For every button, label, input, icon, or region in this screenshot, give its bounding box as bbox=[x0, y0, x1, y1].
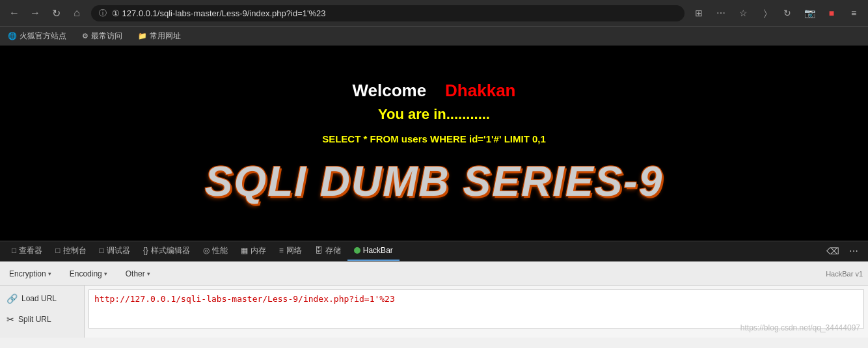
screenshot-button[interactable]: 📷 bbox=[800, 4, 819, 22]
encoding-menu-button[interactable]: Encoding ▾ bbox=[66, 267, 111, 281]
secure-icon: ⓘ bbox=[99, 8, 107, 19]
bookmark-item-3[interactable]: 📁 常用网址 bbox=[135, 29, 183, 43]
address-bar[interactable] bbox=[112, 8, 677, 18]
hackbar-tab-label: HackBar bbox=[363, 246, 393, 255]
performance-label: 性能 bbox=[212, 245, 228, 256]
tab-network[interactable]: ≡ 网络 bbox=[273, 241, 308, 261]
browser-chrome: ← → ↻ ⌂ ⓘ ⊞ ⋯ ☆ 〉 ↻ 📷 ■ ≡ 🌐 火狐官方站点 ⚙ 最常访… bbox=[0, 0, 868, 46]
nav-buttons: ← → ↻ ⌂ bbox=[5, 4, 86, 22]
you-are-in-text: You are in........... bbox=[322, 106, 546, 123]
other-label: Other bbox=[126, 269, 145, 278]
tab-memory[interactable]: ▦ 内存 bbox=[234, 241, 273, 261]
debugger-icon: □ bbox=[100, 246, 104, 255]
tab-style-editor[interactable]: {} 样式编辑器 bbox=[137, 241, 197, 261]
hackbar-input-area: https://blog.csdn.net/qq_34444097 bbox=[85, 286, 868, 338]
load-url-label: Load URL bbox=[21, 294, 57, 303]
split-url-icon: ✂ bbox=[7, 314, 14, 325]
sidebar-button[interactable]: 〉 bbox=[756, 4, 774, 22]
devtools-bar: □ 查看器 □ 控制台 □ 调试器 {} 样式编辑器 ◎ 性能 ▦ 内存 ≡ 网… bbox=[0, 241, 868, 261]
tab-debugger[interactable]: □ 调试器 bbox=[93, 241, 137, 261]
bookmark-label-2: 最常访问 bbox=[91, 31, 122, 42]
split-url-button[interactable]: ✂ Split URL bbox=[0, 309, 84, 330]
other-arrow-icon: ▾ bbox=[147, 271, 150, 277]
hackbar-sidebar: 🔗 Load URL ✂ Split URL bbox=[0, 286, 85, 338]
network-label: 网络 bbox=[286, 245, 302, 256]
memory-label: 内存 bbox=[251, 245, 266, 256]
web-content: Welcome Dhakkan You are in........... SE… bbox=[0, 46, 868, 241]
load-url-icon: 🔗 bbox=[7, 293, 18, 304]
bookmark-button[interactable]: ☆ bbox=[734, 4, 752, 22]
browser-toolbar: ← → ↻ ⌂ ⓘ ⊞ ⋯ ☆ 〉 ↻ 📷 ■ ≡ bbox=[0, 0, 868, 26]
bookmark-label-1: 火狐官方站点 bbox=[20, 31, 66, 42]
memory-icon: ▦ bbox=[241, 246, 248, 255]
bookmark-icon-2: ⚙ bbox=[82, 32, 88, 40]
qr-button[interactable]: ⊞ bbox=[690, 4, 708, 22]
back-button[interactable]: ← bbox=[5, 4, 23, 22]
overflow-button[interactable]: ≡ bbox=[845, 4, 863, 22]
encryption-menu-button[interactable]: Encryption ▾ bbox=[5, 267, 55, 281]
hackbar-content: 🔗 Load URL ✂ Split URL https://blog.csdn… bbox=[0, 286, 868, 338]
welcome-text: Welcome Dhakkan bbox=[322, 81, 546, 101]
shield-button[interactable]: ■ bbox=[822, 4, 841, 22]
browser-actions: ⊞ ⋯ ☆ 〉 ↻ 📷 ■ ≡ bbox=[690, 4, 863, 22]
hackbar-url-input[interactable] bbox=[88, 289, 864, 328]
address-bar-container: ⓘ bbox=[91, 5, 685, 21]
console-label: 控制台 bbox=[63, 245, 87, 256]
performance-icon: ◎ bbox=[203, 246, 210, 255]
tab-hackbar[interactable]: HackBar bbox=[347, 241, 400, 261]
load-url-button[interactable]: 🔗 Load URL bbox=[0, 288, 84, 309]
encoding-arrow-icon: ▾ bbox=[104, 271, 107, 277]
inspector-label: 查看器 bbox=[19, 245, 42, 256]
tab-console[interactable]: □ 控制台 bbox=[49, 241, 92, 261]
other-menu-button[interactable]: Other ▾ bbox=[122, 267, 154, 281]
split-url-label: Split URL bbox=[18, 315, 51, 324]
network-icon: ≡ bbox=[279, 246, 284, 255]
menu-button[interactable]: ⋯ bbox=[712, 4, 730, 22]
devtools-more-button[interactable]: ⋯ bbox=[845, 242, 863, 260]
encryption-arrow-icon: ▾ bbox=[48, 271, 51, 277]
welcome-label: Welcome bbox=[353, 81, 427, 100]
tab-inspector[interactable]: □ 查看器 bbox=[5, 241, 49, 261]
welcome-name: Dhakkan bbox=[445, 81, 515, 100]
console-icon: □ bbox=[55, 246, 60, 255]
bookmark-icon-1: 🌐 bbox=[8, 32, 17, 40]
encryption-label: Encryption bbox=[9, 269, 46, 278]
tab-storage[interactable]: 🗄 存储 bbox=[308, 241, 347, 261]
hackbar-panel: Encryption ▾ Encoding ▾ Other ▾ HackBar … bbox=[0, 261, 868, 338]
bookmark-item-1[interactable]: 🌐 火狐官方站点 bbox=[5, 29, 69, 43]
forward-button[interactable]: → bbox=[26, 4, 44, 22]
style-icon: {} bbox=[143, 246, 148, 255]
style-label: 样式编辑器 bbox=[151, 245, 190, 256]
hackbar-dot-icon bbox=[354, 247, 360, 254]
devtools-right: ⌫ ⋯ bbox=[824, 242, 863, 260]
sqli-title: SQLI DUMB SERIES-9 bbox=[205, 157, 664, 206]
sync-button[interactable]: ↻ bbox=[778, 4, 796, 22]
bookmark-icon-3: 📁 bbox=[138, 32, 147, 40]
hackbar-version: HackBar v1 bbox=[826, 270, 863, 278]
encoding-label: Encoding bbox=[70, 269, 102, 278]
debugger-label: 调试器 bbox=[107, 245, 130, 256]
bookmark-label-3: 常用网址 bbox=[150, 31, 181, 42]
inspector-icon: □ bbox=[12, 246, 16, 255]
hackbar-toolbar: Encryption ▾ Encoding ▾ Other ▾ HackBar … bbox=[0, 262, 868, 286]
storage-icon: 🗄 bbox=[315, 246, 323, 255]
sql-query-text: SELECT * FROM users WHERE id='1'#' LIMIT… bbox=[322, 133, 546, 144]
responsive-button[interactable]: ⌫ bbox=[824, 242, 842, 260]
bookmark-item-2[interactable]: ⚙ 最常访问 bbox=[79, 29, 125, 43]
storage-label: 存储 bbox=[325, 245, 341, 256]
home-button[interactable]: ⌂ bbox=[68, 4, 86, 22]
refresh-button[interactable]: ↻ bbox=[47, 4, 65, 22]
bookmarks-bar: 🌐 火狐官方站点 ⚙ 最常访问 📁 常用网址 bbox=[0, 26, 868, 46]
tab-performance[interactable]: ◎ 性能 bbox=[197, 241, 234, 261]
